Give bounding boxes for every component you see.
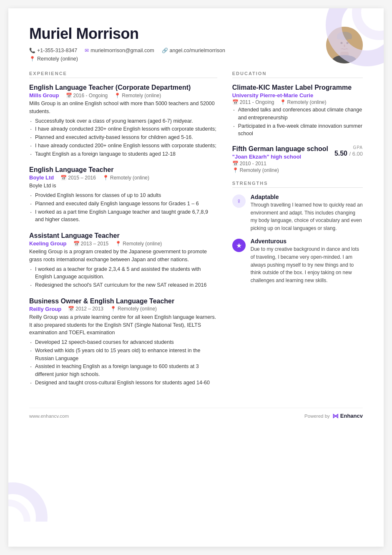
exp-bullet: Planned and executed activity-based less… xyxy=(29,134,217,141)
education-list: Climate-KIC Master Label Programme Unive… xyxy=(232,84,363,173)
exp-location: 📍 Remotely (online) xyxy=(115,241,162,247)
svg-point-13 xyxy=(351,42,353,46)
svg-point-11 xyxy=(347,42,349,44)
exp-company: Mills Group xyxy=(29,92,59,98)
footer-powered: Powered by ⋈ Enhancv xyxy=(304,412,363,420)
calendar-icon: 📅 xyxy=(232,99,239,105)
deco-bottom-left xyxy=(8,463,67,522)
exp-bullet: Developed 12 speech-based courses for ad… xyxy=(29,338,217,346)
exp-date: 📅 2016 - Ongoing xyxy=(66,93,108,98)
edu-title-block: Fifth German language school "Joan Ekzar… xyxy=(232,145,328,161)
link-icon: 🔗 xyxy=(162,48,168,53)
experience-item: English Language Teacher (Corporate Depa… xyxy=(29,84,217,158)
edu-meta: 📅 2010 - 2011 xyxy=(232,161,363,166)
exp-desc: Mills Group is an online English school … xyxy=(29,100,217,116)
education-item: Fifth German language school "Joan Ekzar… xyxy=(232,145,363,173)
exp-bullet: Designed and taught cross-cultural Engli… xyxy=(29,379,217,387)
phone-number: +1-355-313-8347 xyxy=(37,48,77,53)
strength-icon: ★ xyxy=(236,242,242,250)
exp-company: Keeling Group xyxy=(29,240,67,247)
exp-meta: Mills Group 📅 2016 - Ongoing 📍 Remotely … xyxy=(29,92,217,98)
education-item: Climate-KIC Master Label Programme Unive… xyxy=(232,84,363,138)
strength-desc: Due to my creative background in dance a… xyxy=(251,245,363,284)
footer-website: www.enhancv.com xyxy=(29,414,69,419)
left-column: EXPERIENCE English Language Teacher (Cor… xyxy=(29,71,217,395)
exp-title: English Language Teacher xyxy=(29,166,217,174)
education-section-title: EDUCATION xyxy=(232,71,363,78)
calendar-icon: 📅 xyxy=(66,93,72,98)
strength-icon-wrap: ★ xyxy=(232,239,246,252)
exp-desc: Boyle Ltd is xyxy=(29,182,217,190)
strength-name: Adaptable xyxy=(251,194,363,200)
pin-icon: 📍 xyxy=(115,241,121,247)
header-left: Muriel Morrison 📞 +1-355-313-8347 ✉ muri… xyxy=(29,25,314,62)
website-url: angel.co/murielmorrison xyxy=(170,48,225,53)
pin-icon: 📍 xyxy=(232,167,239,173)
pin-icon: 📍 xyxy=(110,306,116,312)
phone-icon: 📞 xyxy=(29,48,35,53)
strength-body: Adventurous Due to my creative backgroun… xyxy=(251,238,363,284)
experience-item: Business Owner & English Language Teache… xyxy=(29,298,217,387)
exp-title: Assistant Language Teacher xyxy=(29,232,217,240)
exp-bullet: Planned and executed daily English langu… xyxy=(29,200,217,208)
exp-bullet: Provided English lessons for classes of … xyxy=(29,192,217,199)
edu-bullet: Attended talks and conferences about cli… xyxy=(232,106,363,122)
powered-by-label: Powered by xyxy=(304,414,330,419)
svg-point-3 xyxy=(8,503,27,522)
candidate-name: Muriel Morrison xyxy=(29,25,314,43)
pin-icon: 📍 xyxy=(280,99,286,105)
exp-company: Boyle Ltd xyxy=(29,174,54,181)
strengths-section-title: STRENGTHS xyxy=(232,181,363,188)
right-column: EDUCATION Climate-KIC Master Label Progr… xyxy=(232,71,363,395)
main-columns: EXPERIENCE English Language Teacher (Cor… xyxy=(29,71,363,395)
gpa-value: 5.50 / 6.00 xyxy=(334,150,363,157)
header: Muriel Morrison 📞 +1-355-313-8347 ✉ muri… xyxy=(29,25,363,63)
calendar-icon: 📅 xyxy=(232,161,239,166)
edu-gpa-block: GPA 5.50 / 6.00 xyxy=(334,145,363,157)
edu-school: "Joan Ekzarh" high school xyxy=(232,154,328,160)
header-contacts: 📞 +1-355-313-8347 ✉ murielmorrison@gmail… xyxy=(29,48,314,62)
exp-date: 📅 2013 – 2015 xyxy=(73,241,109,247)
exp-bullets: Provided English lessons for classes of … xyxy=(29,192,217,224)
exp-title: Business Owner & English Language Teache… xyxy=(29,298,217,305)
exp-bullets: I worked as a teacher for grade 2,3,4 & … xyxy=(29,265,217,289)
exp-bullet: Worked with kids (5 years old to 15 year… xyxy=(29,347,217,363)
avatar xyxy=(326,27,363,63)
edu-bullet: Participated in a five-week climate inno… xyxy=(232,122,363,138)
location-text: Remotely (online) xyxy=(37,56,78,62)
contact-email: ✉ murielmorrison@gmail.com xyxy=(85,48,154,53)
exp-bullet: Assisted in teaching English as a foreig… xyxy=(29,363,217,378)
exp-location: 📍 Remotely (online) xyxy=(110,306,157,312)
exp-title: English Language Teacher (Corporate Depa… xyxy=(29,84,217,91)
exp-date: 📅 2015 – 2016 xyxy=(60,175,96,181)
exp-desc: Reilly Group was a private learning cent… xyxy=(29,313,217,337)
exp-meta: Reilly Group 📅 2012 – 2013 📍 Remotely (o… xyxy=(29,306,217,312)
svg-rect-9 xyxy=(337,36,352,39)
pin-icon: 📍 xyxy=(103,175,109,181)
experience-item: Assistant Language Teacher Keeling Group… xyxy=(29,232,217,289)
resume-page: Muriel Morrison 📞 +1-355-313-8347 ✉ muri… xyxy=(8,8,384,547)
exp-bullet: Taught English as a foreign language to … xyxy=(29,150,217,158)
exp-desc: Keeling Group is a program created by th… xyxy=(29,248,217,264)
resume-footer: www.enhancv.com Powered by ⋈ Enhancv xyxy=(29,408,363,420)
strength-desc: Through travelling I learned how to quic… xyxy=(251,201,363,232)
brand-name: Enhancv xyxy=(340,413,363,419)
experience-item: English Language Teacher Boyle Ltd 📅 201… xyxy=(29,166,217,224)
exp-bullet: I worked as a part time English Language… xyxy=(29,208,217,224)
exp-bullet: I have already conducted 200+ online Eng… xyxy=(29,142,217,150)
avatar-image xyxy=(326,27,363,63)
exp-date: 📅 2012 – 2013 xyxy=(68,306,103,312)
calendar-icon: 📅 xyxy=(60,175,67,181)
enhancv-icon: ⋈ xyxy=(332,412,339,420)
exp-location: 📍 Remotely (online) xyxy=(114,93,161,98)
exp-meta: Boyle Ltd 📅 2015 – 2016 📍 Remotely (onli… xyxy=(29,174,217,181)
experience-section-title: EXPERIENCE xyxy=(29,71,217,78)
strengths-list: ♀ Adaptable Through travelling I learned… xyxy=(232,194,363,284)
strength-item: ♀ Adaptable Through travelling I learned… xyxy=(232,194,363,232)
strength-icon-wrap: ♀ xyxy=(232,194,246,208)
exp-bullets: Developed 12 speech-based courses for ad… xyxy=(29,338,217,387)
exp-meta: Keeling Group 📅 2013 – 2015 📍 Remotely (… xyxy=(29,240,217,247)
strength-icon: ♀ xyxy=(236,197,241,205)
strength-item: ★ Adventurous Due to my creative backgro… xyxy=(232,238,363,284)
exp-bullet: I have already conducted 230+ online Eng… xyxy=(29,125,217,133)
